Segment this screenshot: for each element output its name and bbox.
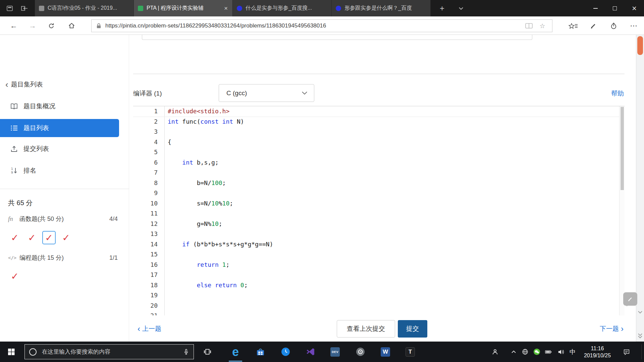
page-scrollbar-thumb[interactable] [637,36,643,55]
circle-app-icon [356,347,365,356]
show-desktop-divider[interactable] [641,344,642,359]
edge-taskbar-icon[interactable]: e [227,342,244,362]
editor-scrollbar-thumb[interactable] [621,107,624,190]
scroll-to-bottom-icon[interactable] [638,333,642,340]
code-line: if (b*b*b+s*s*s+g*g*g==N) [158,239,273,250]
section-progress: 1/1 [109,254,118,261]
editor-line[interactable]: 11 [133,208,625,219]
store-taskbar-icon[interactable] [252,342,268,362]
action-center-icon[interactable] [621,342,633,362]
minimize-button[interactable] [586,0,605,16]
titlebar-app-icon[interactable] [3,0,17,16]
help-link[interactable]: 帮助 [611,89,624,98]
editor-line[interactable]: 4{ [133,137,625,147]
people-tray-icon[interactable] [489,342,501,362]
task-view-button[interactable] [199,342,215,362]
problem-check-2[interactable]: ✓ [25,231,39,244]
taskbar-search-box[interactable]: 在这里输入你要搜索的内容 [24,344,194,359]
feedback-button[interactable] [623,292,637,306]
problem-check-1[interactable]: ✓ [8,231,21,244]
battery-icon[interactable] [542,342,554,362]
start-button[interactable] [3,342,19,362]
maximize-icon [613,6,617,10]
editor-line[interactable]: 19 [133,290,625,301]
problem-check-3-selected[interactable]: ✓ [42,231,56,244]
coding-problem-check-1[interactable]: ✓ [8,269,21,283]
editor-line[interactable]: 10 s=N/10%10; [133,198,625,209]
tab-2-active[interactable]: PTA | 程序设计类实验辅 × [134,0,233,16]
word-taskbar-icon[interactable]: W [377,342,393,362]
refresh-button[interactable] [45,19,58,32]
editor-scrollbar[interactable] [619,106,625,315]
editor-line[interactable]: 21 [133,311,625,315]
editor-line[interactable]: 9 [133,188,625,198]
word-icon: W [381,347,390,357]
back-to-problem-sets-link[interactable]: ‹ 题目集列表 [5,78,43,91]
editor-line[interactable]: 7 [133,168,625,178]
network-icon[interactable] [519,342,531,362]
sidebar-item-submissions[interactable]: 提交列表 [0,140,119,158]
editor-line[interactable]: 1#include<stdio.h> [133,106,625,117]
editor-line[interactable]: 17 [133,270,625,280]
tray-chevron-up-icon[interactable] [507,342,520,362]
editor-line[interactable]: 5 [133,147,625,158]
hub-icon[interactable] [567,19,580,32]
back-button[interactable]: ← [7,19,20,32]
share-icon[interactable] [607,19,620,32]
code-editor[interactable]: 1#include<stdio.h>2int func(const int N)… [133,106,625,315]
wechat-tray-icon[interactable] [531,342,543,362]
microphone-icon[interactable] [183,348,190,356]
editor-line[interactable]: 3 [133,127,625,137]
home-button[interactable] [65,19,78,32]
favorite-star-icon[interactable]: ☆ [537,20,548,32]
tab-4[interactable]: 形参跟实参是什么啊？_百度 [332,0,431,16]
editor-line[interactable]: 8 b=N/100; [133,178,625,188]
web-note-pen-icon[interactable] [587,19,600,32]
editor-line[interactable]: 16 return 1; [133,260,625,270]
sidebar-item-ranking[interactable]: 19 排名 [0,162,119,180]
dev-cpp-taskbar-icon[interactable]: DEV [327,342,343,362]
set-tabs-aside-icon[interactable] [17,0,32,16]
volume-icon[interactable] [555,342,567,362]
scroll-down-icon[interactable] [638,309,642,315]
reading-view-icon[interactable] [523,20,535,32]
editor-line[interactable]: 12 g=N%10; [133,219,625,229]
submit-button[interactable]: 提交 [398,320,427,338]
windows-logo-icon [8,349,15,355]
forward-button[interactable]: → [26,19,39,32]
prev-problem-link[interactable]: ‹ 上一题 [138,324,161,333]
next-problem-link[interactable]: 下一题 › [600,324,624,333]
close-window-button[interactable]: × [625,0,644,16]
clock-app-taskbar-icon[interactable] [277,342,293,362]
tab-1[interactable]: C语言I作业05 - 作业 - 2019... [35,0,134,16]
editor-line[interactable]: 14 if (b*b*b+s*s*s+g*g*g==N) [133,239,625,250]
visual-studio-taskbar-icon[interactable] [302,342,318,362]
taskbar-clock[interactable]: 11:16 2019/10/25 [579,342,616,362]
sidebar-item-overview[interactable]: 题目集概况 [0,97,119,115]
editor-line[interactable]: 20 [133,301,625,311]
tab-close-icon[interactable]: × [223,5,228,12]
new-tab-button[interactable]: + [435,0,449,16]
line-number: 8 [133,178,158,188]
tab-favicon [237,6,242,11]
problem-check-4[interactable]: ✓ [59,231,73,244]
tabs-menu-button[interactable] [453,0,468,16]
ime-indicator[interactable]: 中 [567,342,579,362]
editor-line[interactable]: 13 [133,229,625,239]
chevron-left-icon: ‹ [5,80,8,89]
editor-line[interactable]: 6 int b,s,g; [133,158,625,168]
editor-line[interactable]: 15 [133,249,625,260]
maximize-button[interactable] [605,0,625,16]
editor-line[interactable]: 2int func(const int N) [133,117,625,127]
more-menu-icon[interactable]: ⋯ [627,19,640,32]
compiler-select[interactable]: C (gcc) [219,84,314,102]
editor-line[interactable]: 18 else return 0; [133,280,625,291]
sidebar-item-problem-list[interactable]: 题目列表 [0,119,119,137]
tab-3[interactable]: 什么是实参与形参_百度搜... [233,0,332,16]
view-last-submission-button[interactable]: 查看上次提交 [337,320,395,338]
address-bar[interactable]: https://pintia.cn/problem-sets/118622995… [91,19,552,32]
chevron-right-icon: › [621,325,624,333]
circle-app-taskbar-icon[interactable] [352,342,368,362]
typora-taskbar-icon[interactable]: T [402,342,418,362]
back-label: 题目集列表 [11,80,43,89]
